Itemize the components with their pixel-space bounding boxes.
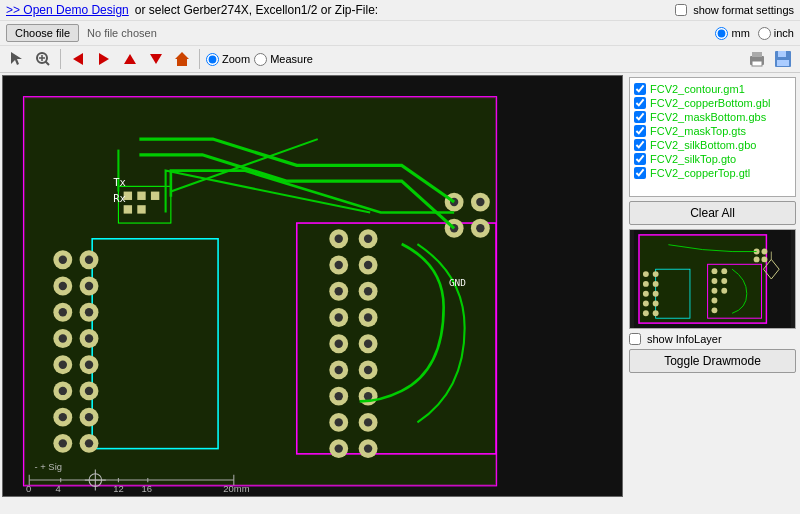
- svg-point-97: [364, 392, 372, 400]
- svg-point-94: [364, 313, 372, 321]
- zoom-radio[interactable]: [206, 53, 219, 66]
- svg-point-85: [335, 313, 343, 321]
- svg-line-2: [46, 62, 50, 66]
- pointer-icon[interactable]: [6, 48, 28, 70]
- file-name-2: FCV2_maskBottom.gbs: [650, 111, 766, 123]
- mm-radio[interactable]: [715, 27, 728, 40]
- svg-point-88: [335, 392, 343, 400]
- file-name-5: FCV2_silkTop.gto: [650, 153, 736, 165]
- svg-point-81: [85, 439, 93, 447]
- svg-point-86: [335, 340, 343, 348]
- zoom-radio-label[interactable]: Zoom: [206, 53, 250, 66]
- right-panel: FCV2_contour.gm1 FCV2_copperBottom.gbl F…: [625, 73, 800, 499]
- svg-point-92: [364, 261, 372, 269]
- svg-point-142: [712, 268, 718, 274]
- file-name-6: FCV2_copperTop.gtl: [650, 167, 750, 179]
- choose-file-button[interactable]: Choose file: [6, 24, 79, 42]
- file-checkbox-2[interactable]: [634, 111, 646, 123]
- svg-point-93: [364, 287, 372, 295]
- main-layout: Tx Rx GND 0 4 12 16 20mm - + Sig: [0, 73, 800, 499]
- clear-all-button[interactable]: Clear All: [629, 201, 796, 225]
- show-infolayer-checkbox[interactable]: [629, 333, 641, 345]
- svg-point-75: [85, 282, 93, 290]
- svg-point-133: [643, 281, 649, 287]
- mm-radio-label[interactable]: mm: [715, 27, 749, 40]
- svg-point-143: [712, 278, 718, 284]
- file-item-1[interactable]: FCV2_copperBottom.gbl: [634, 96, 791, 110]
- svg-rect-10: [179, 60, 185, 66]
- file-item-3[interactable]: FCV2_maskTop.gts: [634, 124, 791, 138]
- show-format-checkbox[interactable]: [675, 4, 687, 16]
- svg-marker-5: [73, 53, 83, 65]
- svg-point-73: [59, 439, 67, 447]
- svg-point-140: [653, 301, 659, 307]
- svg-text:4: 4: [55, 483, 60, 494]
- file-checkbox-0[interactable]: [634, 83, 646, 95]
- svg-point-80: [85, 413, 93, 421]
- svg-point-68: [59, 308, 67, 316]
- svg-point-101: [476, 198, 484, 206]
- svg-point-71: [59, 387, 67, 395]
- svg-point-134: [643, 291, 649, 297]
- svg-point-153: [762, 256, 768, 262]
- svg-point-82: [335, 235, 343, 243]
- svg-rect-15: [778, 51, 786, 57]
- top-row-1: >> Open Demo Design or select Gerber274X…: [0, 0, 800, 21]
- arrow-right-icon[interactable]: [93, 48, 115, 70]
- mini-preview: [629, 229, 796, 329]
- svg-text:-  +  Sig: - + Sig: [34, 461, 62, 472]
- file-item-4[interactable]: FCV2_silkBottom.gbo: [634, 138, 791, 152]
- inch-radio[interactable]: [758, 27, 771, 40]
- inch-radio-label[interactable]: inch: [758, 27, 794, 40]
- file-item-2[interactable]: FCV2_maskBottom.gbs: [634, 110, 791, 124]
- file-checkbox-3[interactable]: [634, 125, 646, 137]
- svg-text:Tx: Tx: [113, 176, 126, 188]
- file-item-0[interactable]: FCV2_contour.gm1: [634, 82, 791, 96]
- pcb-svg: Tx Rx GND 0 4 12 16 20mm - + Sig: [3, 76, 622, 496]
- svg-point-95: [364, 340, 372, 348]
- pcb-canvas-area[interactable]: Tx Rx GND 0 4 12 16 20mm - + Sig: [2, 75, 623, 497]
- file-checkbox-4[interactable]: [634, 139, 646, 151]
- file-item-5[interactable]: FCV2_silkTop.gto: [634, 152, 791, 166]
- file-checkbox-5[interactable]: [634, 153, 646, 165]
- svg-point-77: [85, 334, 93, 342]
- measure-radio-label[interactable]: Measure: [254, 53, 313, 66]
- svg-point-152: [754, 256, 760, 262]
- svg-point-132: [643, 271, 649, 277]
- home-icon[interactable]: [171, 48, 193, 70]
- arrow-left-icon[interactable]: [67, 48, 89, 70]
- save-icon[interactable]: [772, 48, 794, 70]
- svg-rect-26: [124, 205, 132, 213]
- svg-point-137: [653, 271, 659, 277]
- svg-point-145: [712, 298, 718, 304]
- zoom-in-icon[interactable]: [32, 48, 54, 70]
- svg-rect-13: [752, 61, 762, 66]
- svg-point-83: [335, 261, 343, 269]
- arrow-up-icon[interactable]: [119, 48, 141, 70]
- svg-point-70: [59, 360, 67, 368]
- svg-point-72: [59, 413, 67, 421]
- measure-radio[interactable]: [254, 53, 267, 66]
- svg-point-91: [364, 235, 372, 243]
- svg-text:20mm: 20mm: [223, 483, 249, 494]
- arrow-down-icon[interactable]: [145, 48, 167, 70]
- svg-rect-16: [777, 60, 789, 66]
- svg-marker-6: [99, 53, 109, 65]
- no-file-text: No file chosen: [87, 27, 157, 39]
- svg-point-99: [364, 444, 372, 452]
- print-icon[interactable]: [746, 48, 768, 70]
- file-name-4: FCV2_silkBottom.gbo: [650, 139, 756, 151]
- svg-point-149: [721, 288, 727, 294]
- open-demo-link[interactable]: >> Open Demo Design: [6, 3, 129, 17]
- file-name-0: FCV2_contour.gm1: [650, 83, 745, 95]
- svg-point-87: [335, 366, 343, 374]
- file-checkbox-6[interactable]: [634, 167, 646, 179]
- svg-point-139: [653, 291, 659, 297]
- toggle-drawmode-button[interactable]: Toggle Drawmode: [629, 349, 796, 373]
- file-checkbox-1[interactable]: [634, 97, 646, 109]
- or-text: or select Gerber274X, Excellon1/2 or Zip…: [135, 3, 378, 17]
- show-infolayer-label: show InfoLayer: [647, 333, 722, 345]
- svg-point-96: [364, 366, 372, 374]
- file-item-6[interactable]: FCV2_copperTop.gtl: [634, 166, 791, 180]
- svg-point-135: [643, 301, 649, 307]
